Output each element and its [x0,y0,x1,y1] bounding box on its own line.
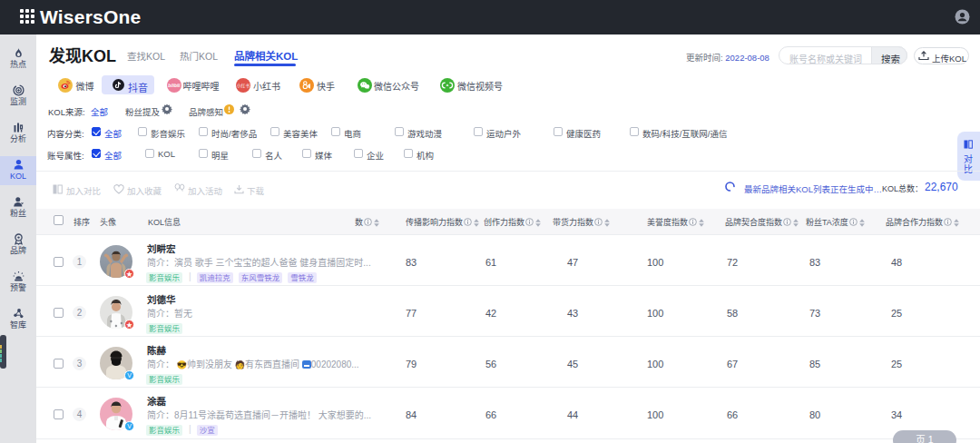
svg-text:小红书: 小红书 [236,82,250,88]
svg-text:bilibili: bilibili [168,84,181,88]
